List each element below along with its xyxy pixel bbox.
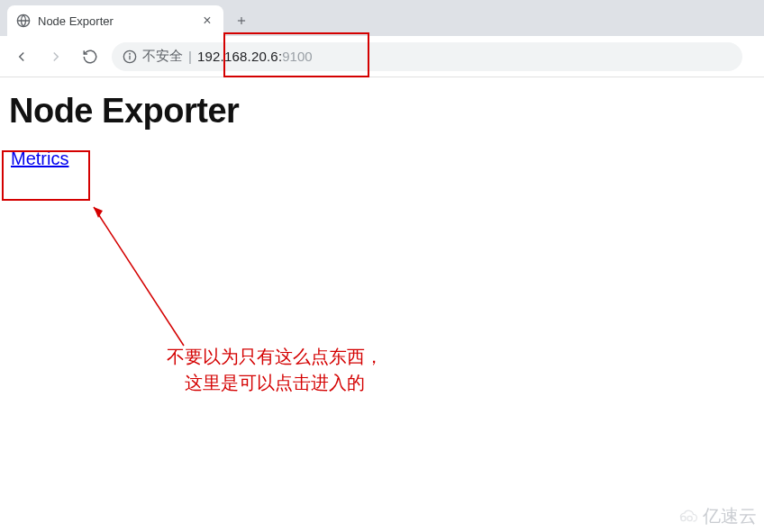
- svg-point-9: [687, 516, 692, 520]
- tab-strip: Node Exporter ×: [0, 0, 764, 36]
- annotation-arrow-icon: [86, 200, 195, 353]
- insecure-label: 不安全: [142, 48, 183, 65]
- reload-button[interactable]: [77, 44, 103, 69]
- watermark-text: 亿速云: [703, 504, 757, 528]
- new-tab-button[interactable]: [229, 8, 254, 33]
- toolbar: 不安全 | 192.168.20.6:9100: [0, 36, 764, 77]
- url-host: 192.168.20.6: [197, 49, 278, 64]
- close-icon[interactable]: ×: [200, 14, 214, 28]
- address-bar[interactable]: 不安全 | 192.168.20.6:9100: [112, 42, 742, 71]
- metrics-link[interactable]: Metrics: [9, 147, 70, 171]
- watermark: 亿速云: [676, 504, 757, 528]
- annotation-text: 不要以为只有这么点东西， 这里是可以点击进入的: [167, 344, 383, 396]
- browser-tab[interactable]: Node Exporter ×: [7, 5, 223, 36]
- info-icon: [123, 50, 137, 64]
- url-port: 9100: [282, 49, 312, 64]
- forward-button[interactable]: [43, 44, 68, 69]
- svg-point-5: [130, 53, 131, 54]
- separator: |: [188, 49, 192, 64]
- svg-point-8: [681, 516, 686, 520]
- globe-icon: [16, 14, 31, 28]
- tab-title: Node Exporter: [38, 14, 200, 28]
- back-button[interactable]: [9, 44, 34, 69]
- page-title: Node Exporter: [9, 92, 755, 131]
- svg-line-6: [94, 207, 184, 346]
- svg-marker-7: [94, 207, 103, 218]
- cloud-icon: [676, 509, 699, 525]
- page-content: Node Exporter Metrics: [0, 77, 764, 178]
